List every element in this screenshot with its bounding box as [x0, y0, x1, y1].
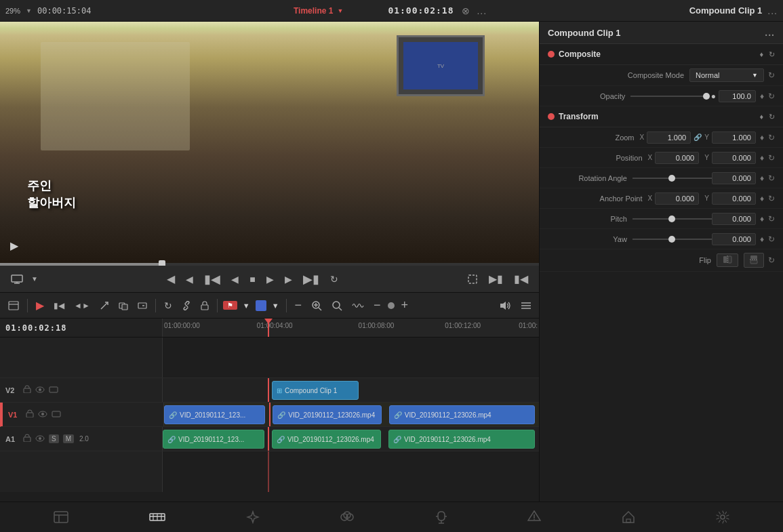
timeline-label[interactable]: Timeline 1 — [294, 6, 333, 16]
anchor-y-input[interactable] — [712, 192, 756, 205]
rotation-slider[interactable] — [633, 178, 712, 179]
track-mute-v1[interactable] — [52, 410, 61, 420]
track-mute-a1[interactable]: M — [63, 434, 74, 443]
volume-btn[interactable] — [497, 300, 515, 312]
select-tool-btn[interactable]: ▶ — [33, 298, 47, 313]
yaw-diamond-btn[interactable]: ♦ — [760, 234, 764, 244]
lock-btn[interactable] — [198, 300, 212, 312]
track-eye-v2[interactable] — [35, 386, 45, 395]
zoom-wave-btn[interactable] — [349, 300, 367, 311]
timeline-ruler[interactable]: 01:00:00:00 01:00:04:00 01:00:08:00 01:0… — [163, 319, 539, 337]
monitor-view-btn[interactable] — [8, 273, 26, 285]
track-eye-a1[interactable] — [35, 434, 45, 444]
rotation-input[interactable] — [712, 172, 756, 184]
position-diamond-btn[interactable]: ♦ — [760, 153, 764, 163]
composite-dot[interactable] — [548, 51, 555, 58]
track-eye-v1[interactable] — [38, 410, 47, 420]
sync-icon[interactable]: ⊗ — [462, 5, 470, 16]
zoom-in-timeline-btn[interactable] — [308, 299, 325, 312]
composite-diamond-btn[interactable]: ♦ — [759, 50, 763, 58]
zoom-display[interactable]: 29% — [5, 7, 20, 15]
track-lock-v2[interactable] — [23, 385, 31, 395]
inspector-dots[interactable]: ... — [765, 27, 775, 38]
bottom-media-pool-btn[interactable] — [54, 511, 68, 523]
clip-a1-2[interactable]: 🔗 VID_20190112_123026.mp4 — [272, 430, 381, 449]
bottom-audio-btn[interactable] — [435, 510, 447, 524]
pitch-reset-btn[interactable]: ↻ — [768, 214, 775, 224]
go-start-btn[interactable]: ▮◀ — [201, 270, 223, 288]
flag-btn[interactable]: ⚑ — [223, 301, 237, 310]
track-mute-v2[interactable] — [49, 386, 58, 395]
clip-v1-2[interactable]: 🔗 VID_20190112_123026.mp4 — [273, 405, 381, 424]
zoom-y-input[interactable] — [712, 131, 756, 144]
anchor-diamond-btn[interactable]: ♦ — [760, 194, 764, 203]
transform-diamond-btn[interactable]: ♦ — [759, 112, 763, 121]
rotation-reset-btn[interactable]: ↻ — [768, 173, 775, 183]
position-reset-btn[interactable]: ↻ — [768, 153, 775, 163]
composite-mode-dropdown[interactable]: Normal ▼ — [689, 68, 764, 82]
flip-reset-btn[interactable]: ↻ — [768, 255, 775, 265]
rotation-diamond-btn[interactable]: ♦ — [760, 173, 764, 183]
zoom-diamond-btn[interactable]: ♦ — [760, 133, 764, 142]
flip-v-btn[interactable] — [744, 253, 764, 268]
clip-v1-3[interactable]: 🔗 VID_20190112_123026.mp4 — [389, 405, 536, 424]
dots-btn-right[interactable]: ... — [767, 5, 778, 16]
color-tag-btn[interactable] — [256, 300, 266, 311]
next-step-btn[interactable]: ▶ — [282, 272, 295, 286]
go-out-btn[interactable]: ▮◀ — [511, 271, 531, 287]
view-options-btn[interactable]: ▼ — [28, 274, 41, 284]
loop-btn[interactable]: ↻ — [327, 272, 341, 286]
timeline-chevron[interactable]: ▼ — [337, 7, 343, 14]
zoom-link-icon[interactable]: 🔗 — [694, 134, 702, 141]
bottom-timeline-btn[interactable] — [149, 511, 165, 523]
compound-clip[interactable]: ⊞ Compound Clip 1 — [272, 381, 359, 400]
pitch-slider[interactable] — [633, 218, 712, 220]
opacity-reset-btn[interactable]: ↻ — [768, 91, 775, 101]
position-y-input[interactable] — [712, 152, 756, 164]
composite-reset-btn[interactable]: ↻ — [769, 50, 775, 59]
anchor-x-input[interactable] — [655, 192, 699, 205]
bottom-color-btn[interactable] — [340, 510, 355, 524]
fit-timeline-btn[interactable] — [329, 299, 345, 312]
track-solo-a1[interactable]: S — [49, 434, 59, 443]
bottom-effects-btn[interactable] — [246, 510, 260, 524]
anchor-reset-btn[interactable]: ↻ — [768, 194, 775, 203]
dynamic-trim-btn[interactable]: ◄► — [71, 300, 93, 312]
zoom-reset-btn[interactable]: ↻ — [768, 133, 775, 142]
clip-a1-1[interactable]: 🔗 VID_20190112_123... — [163, 430, 264, 449]
play-btn[interactable]: ▶ — [264, 272, 277, 286]
opacity-slider[interactable] — [630, 96, 708, 97]
track-lock-v1[interactable] — [26, 409, 34, 420]
transform-dot[interactable] — [548, 113, 555, 120]
trim-tool-btn[interactable]: ▮◀ — [51, 300, 67, 312]
zoom-chevron[interactable]: ▼ — [26, 7, 32, 14]
prev-frame-btn[interactable]: ◀ — [183, 272, 196, 286]
track-lock-a1[interactable] — [23, 434, 31, 444]
yaw-slider[interactable] — [633, 239, 712, 240]
bottom-home-btn[interactable] — [622, 510, 635, 524]
opacity-diamond-btn[interactable]: ♦ — [760, 91, 764, 101]
stop-btn[interactable]: ■ — [247, 272, 258, 286]
crop-btn[interactable] — [464, 272, 481, 286]
dots-btn-left[interactable]: ... — [477, 5, 487, 16]
media-pool-btn[interactable] — [5, 300, 22, 312]
clip-v1-1[interactable]: 🔗 VID_20190112_123... — [164, 405, 265, 424]
insert-edit-btn[interactable] — [116, 300, 131, 312]
overwrite-edit-btn[interactable] — [135, 300, 150, 312]
flip-h-btn[interactable] — [717, 253, 738, 267]
retime-btn[interactable]: ↻ — [161, 299, 175, 312]
link-btn[interactable] — [179, 300, 194, 312]
preview-progress-bar[interactable] — [0, 263, 539, 266]
go-in-btn[interactable]: ▶▮ — [486, 271, 506, 287]
pitch-diamond-btn[interactable]: ♦ — [760, 214, 764, 224]
clip-a1-3[interactable]: 🔗 VID_20190112_123026.mp4 — [388, 430, 535, 449]
zoom-x-input[interactable] — [647, 131, 691, 144]
position-x-input[interactable] — [655, 152, 699, 164]
yaw-input[interactable] — [712, 233, 756, 245]
composite-mode-reset[interactable]: ↻ — [768, 70, 775, 80]
go-prev-btn[interactable]: ◀ — [164, 271, 178, 287]
plus-btn[interactable]: + — [399, 297, 411, 314]
zoom-out-btn[interactable]: − — [292, 297, 305, 314]
transform-reset-btn[interactable]: ↻ — [769, 112, 775, 121]
opacity-input[interactable] — [719, 90, 756, 102]
